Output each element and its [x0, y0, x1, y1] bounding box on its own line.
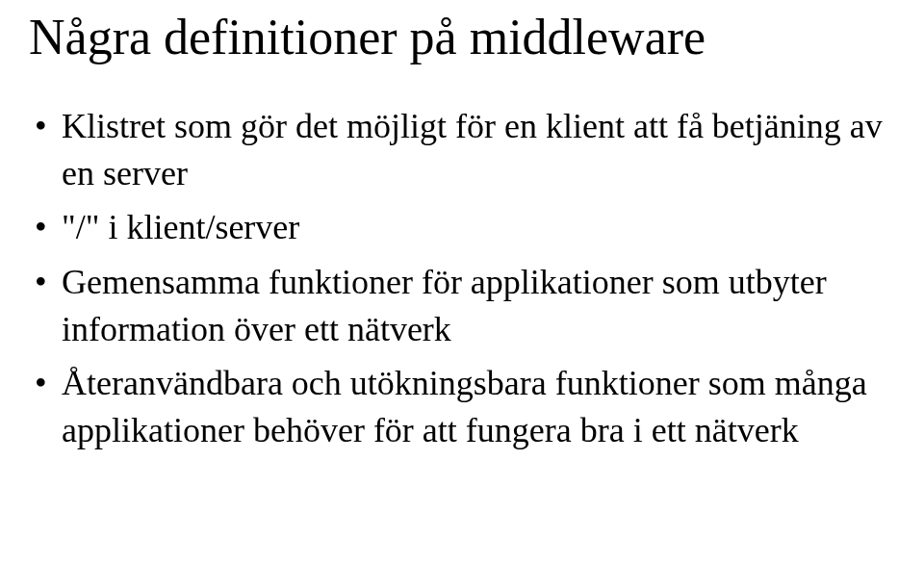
list-item: Klistret som gör det möjligt för en klie… [29, 103, 895, 196]
list-item: "/" i klient/server [29, 204, 895, 251]
list-item: Återanvändbara och utökningsbara funktio… [29, 360, 895, 453]
bullet-list: Klistret som gör det möjligt för en klie… [29, 103, 895, 453]
slide-title: Några definitioner på middleware [29, 10, 895, 64]
list-item: Gemensamma funktioner för applikationer … [29, 259, 895, 352]
slide: Några definitioner på middleware Klistre… [0, 0, 924, 563]
